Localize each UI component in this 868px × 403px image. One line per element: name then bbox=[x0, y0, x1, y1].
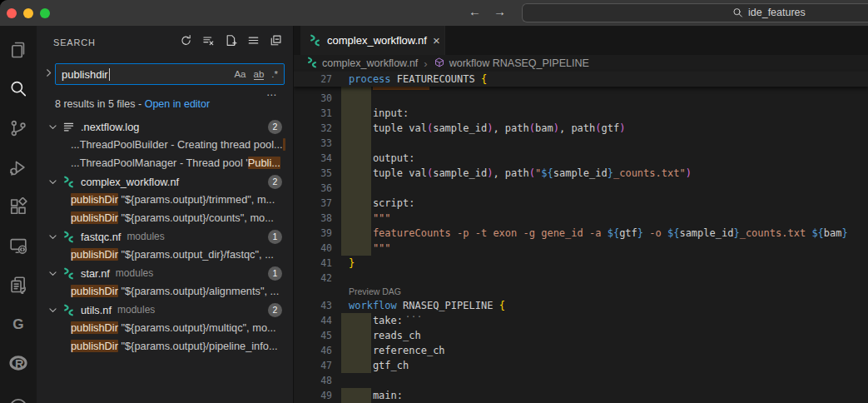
breadcrumb-item[interactable]: complex_workflow.nf bbox=[306, 57, 418, 71]
nextflow-file-icon bbox=[62, 304, 76, 316]
code-line[interactable]: 37 script: bbox=[294, 196, 868, 211]
search-result-match-row[interactable]: publishDir "${params.output}/multiqc", m… bbox=[37, 319, 293, 337]
source-control-icon bbox=[9, 119, 27, 137]
command-center-text: ide_features bbox=[748, 7, 806, 18]
line-number: 43 bbox=[294, 298, 332, 313]
code-line[interactable]: 32 tuple val(sample_id), path(bam), path… bbox=[294, 121, 868, 136]
search-result-match-row[interactable]: publishDir "${params.output}/alignments"… bbox=[37, 282, 293, 301]
code-line[interactable]: 48 bbox=[294, 373, 868, 388]
activity-item-search[interactable] bbox=[0, 69, 37, 108]
activity-item-gitlens[interactable]: G bbox=[0, 304, 37, 343]
line-number: 36 bbox=[294, 181, 332, 196]
search-input[interactable]: publishdir Aa ab .* bbox=[55, 63, 285, 85]
match-count-badge: 2 bbox=[268, 303, 282, 317]
line-number: 44 bbox=[294, 313, 332, 328]
collapse-all-button[interactable] bbox=[268, 34, 283, 49]
whole-word-toggle[interactable]: ab bbox=[254, 69, 265, 80]
command-center[interactable]: ide_features bbox=[522, 3, 868, 22]
extensions-icon bbox=[9, 197, 27, 216]
code-line[interactable]: 40 """ bbox=[294, 241, 868, 256]
chevron-down-icon[interactable] bbox=[47, 122, 59, 132]
activity-item-live-share[interactable] bbox=[0, 265, 37, 304]
search-result-match-row[interactable]: publishDir "${params.output_dir}/fastqc"… bbox=[37, 246, 293, 264]
breadcrumb-separator: › bbox=[424, 57, 427, 70]
chevron-down-icon[interactable] bbox=[47, 231, 59, 242]
open-in-editor-link[interactable]: Open in editor bbox=[145, 98, 211, 110]
view-as-list-button[interactable] bbox=[246, 34, 260, 49]
code-line[interactable]: 38 """ bbox=[294, 211, 868, 226]
minimize-window-button[interactable] bbox=[23, 8, 33, 18]
search-result-file-row[interactable]: utils.nfmodules2 bbox=[37, 301, 293, 319]
activity-item-r-language[interactable]: R bbox=[0, 343, 37, 382]
chevron-down-icon[interactable] bbox=[47, 305, 59, 316]
toggle-replace-button[interactable] bbox=[42, 67, 55, 82]
line-number: 41 bbox=[294, 256, 332, 271]
match-highlight bbox=[283, 138, 286, 151]
regex-toggle[interactable]: .* bbox=[271, 69, 278, 79]
nav-forward-button[interactable]: → bbox=[494, 4, 506, 18]
scope-highlight-band bbox=[341, 91, 371, 106]
line-number: 30 bbox=[294, 91, 332, 106]
line-number: 35 bbox=[294, 166, 332, 181]
search-result-match-row[interactable]: ...ThreadPoolManager - Thread pool 'Publ… bbox=[37, 154, 293, 172]
activity-item-remote-explorer[interactable] bbox=[0, 226, 37, 265]
activity-item-account[interactable] bbox=[0, 382, 37, 403]
code-line[interactable]: 39 featureCounts -p -t exon -g gene_id -… bbox=[294, 226, 868, 241]
breadcrumb-item[interactable]: workflow RNASEQ_PIPELINE bbox=[434, 57, 589, 71]
chevron-down-icon[interactable] bbox=[47, 177, 59, 187]
new-search-editor-button[interactable] bbox=[223, 34, 238, 49]
activity-item-source-control[interactable] bbox=[0, 108, 37, 147]
close-window-button[interactable] bbox=[7, 8, 17, 18]
sticky-scroll-line[interactable]: 27process FEATURECOUNTS { bbox=[294, 72, 868, 87]
log-file-icon bbox=[62, 121, 76, 133]
refresh-button[interactable] bbox=[178, 34, 193, 49]
line-number: 31 bbox=[294, 106, 332, 121]
nextflow-file-icon bbox=[62, 231, 76, 243]
close-tab-icon[interactable]: × bbox=[433, 34, 440, 47]
activity-item-explorer[interactable] bbox=[0, 30, 37, 69]
svg-text:G: G bbox=[12, 315, 23, 331]
code-line[interactable]: 33 bbox=[294, 136, 868, 151]
symbol-workflow-icon bbox=[434, 57, 445, 71]
line-number: 45 bbox=[294, 328, 332, 343]
nav-back-button[interactable]: ← bbox=[469, 4, 481, 18]
search-result-match-row[interactable]: publishDir "${params.output}/pipeline_in… bbox=[37, 337, 293, 356]
code-line[interactable]: 45 reads_ch bbox=[294, 328, 868, 343]
code-line[interactable]: 47 gtf_ch bbox=[294, 358, 868, 373]
code-line[interactable]: 49 main: bbox=[294, 388, 868, 403]
search-result-file-row[interactable]: star.nfmodules1 bbox=[37, 264, 293, 282]
match-case-toggle[interactable]: Aa bbox=[234, 69, 246, 79]
code-line[interactable]: 41} bbox=[294, 256, 868, 271]
match-highlight: publishDir bbox=[71, 211, 118, 224]
search-result-file-row[interactable]: .nextflow.log2 bbox=[37, 117, 293, 136]
code-line[interactable]: 44 take: bbox=[294, 313, 868, 328]
search-result-match-row[interactable]: publishDir "${params.output}/counts", mo… bbox=[37, 209, 293, 227]
code-line[interactable]: 36 bbox=[294, 181, 868, 196]
line-number: 39 bbox=[294, 226, 332, 241]
code-line[interactable]: 35 tuple val(sample_id), path("${sample_… bbox=[294, 166, 868, 181]
search-result-file-row[interactable]: fastqc.nfmodules1 bbox=[37, 227, 293, 246]
activity-item-run-debug[interactable] bbox=[0, 147, 37, 187]
code-line[interactable]: 43workflow RNASEQ_PIPELINE {... bbox=[294, 298, 868, 313]
chevron-down-icon[interactable] bbox=[47, 268, 59, 279]
code-line[interactable]: 34 output: bbox=[294, 151, 868, 166]
search-result-file-row[interactable]: complex_workflow.nf2 bbox=[37, 172, 293, 191]
zoom-window-button[interactable] bbox=[40, 8, 50, 18]
code-line[interactable]: 46 reference_ch bbox=[294, 343, 868, 358]
titlebar: ← → ide_features bbox=[0, 0, 868, 26]
search-result-match-row[interactable]: ...ThreadPoolBuilder - Creating thread p… bbox=[37, 136, 293, 154]
code-line[interactable]: 42 bbox=[294, 271, 868, 286]
code-editor[interactable]: 27process FEATURECOUNTS { 3031 input:32 … bbox=[294, 72, 868, 403]
activity-item-extensions[interactable] bbox=[0, 187, 37, 226]
match-highlight: publishDir bbox=[71, 285, 118, 297]
file-path-description: modules bbox=[126, 231, 164, 242]
clear-results-button[interactable] bbox=[201, 34, 216, 49]
search-result-match-row[interactable]: publishDir "${params.output}/trimmed", m… bbox=[37, 191, 293, 209]
tab-complex-workflow[interactable]: complex_workflow.nf × bbox=[300, 26, 445, 55]
code-line[interactable]: 30 bbox=[294, 91, 868, 106]
run-debug-icon bbox=[9, 158, 27, 177]
codelens-preview-dag[interactable]: Preview DAG bbox=[294, 286, 868, 298]
code-line[interactable]: 31 input: bbox=[294, 106, 868, 121]
collapse-all-icon bbox=[270, 34, 282, 50]
more-actions-button[interactable]: ⋯ bbox=[266, 89, 278, 101]
